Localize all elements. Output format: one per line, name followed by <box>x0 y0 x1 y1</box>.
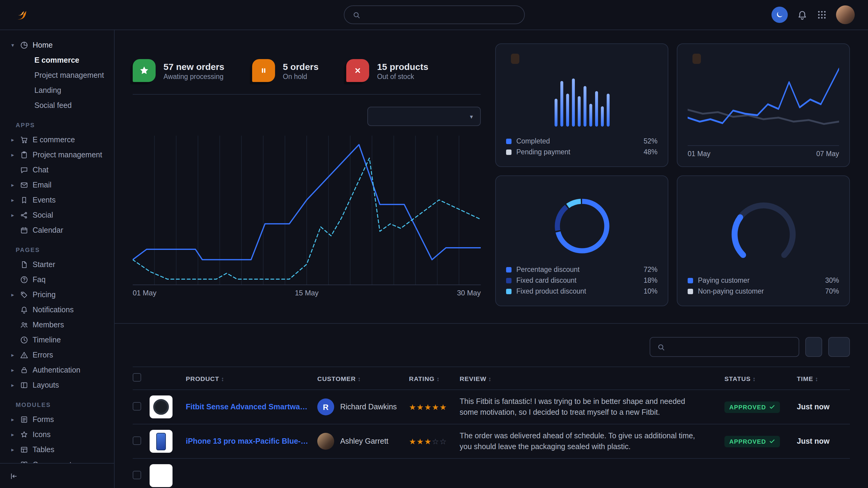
table-row: iPhone 13 pro max-Pacific Blue-128GB sto… <box>133 424 850 459</box>
review-text: The order was delivered ahead of schedul… <box>460 430 724 452</box>
column-header-customer[interactable]: CUSTOMER↕ <box>317 375 409 382</box>
sidebar-item-label: Home <box>33 41 53 49</box>
theme-toggle-button[interactable] <box>772 7 788 23</box>
sidebar-item-events[interactable]: ▸Events <box>8 192 109 207</box>
mail-icon <box>20 181 28 189</box>
sidebar-item-starter[interactable]: Starter <box>8 257 109 272</box>
star-icon <box>139 65 150 76</box>
dashboard-left-column: 57 new ordersAwating processing5 ordersO… <box>133 43 481 306</box>
apps-grid-icon[interactable] <box>817 10 827 20</box>
user-avatar[interactable] <box>836 5 855 24</box>
legend-item: Pending payment48% <box>506 147 657 157</box>
sidebar-item-calendar[interactable]: Calendar <box>8 223 109 237</box>
product-thumbnail <box>150 464 173 487</box>
card-total-orders: Completed52%Pending payment48% <box>495 43 668 167</box>
total-sells-x-axis: 01 May15 May30 May <box>133 289 481 297</box>
select-all-checkbox[interactable] <box>133 373 141 382</box>
sidebar-item-chat[interactable]: Chat <box>8 162 109 177</box>
stat-value: 15 products <box>377 61 428 71</box>
total-orders-bar-chart <box>506 66 657 136</box>
caret-right-icon: ▸ <box>10 152 16 158</box>
notifications-bell-icon[interactable] <box>797 9 808 20</box>
legend-item: Percentage discount72% <box>506 264 657 275</box>
legend-label: Pending payment <box>516 148 570 156</box>
sidebar-group-label: MODULES <box>16 401 109 408</box>
sidebar: ▾HomeE commerceProject managementLanding… <box>0 30 115 488</box>
card-top-coupons: Percentage discount72%Fixed card discoun… <box>495 175 668 306</box>
sidebar-item-forms[interactable]: ▸Forms <box>8 412 109 427</box>
top-coupons-donut-chart <box>506 188 657 264</box>
sidebar-item-components[interactable]: ▸Components <box>8 457 109 463</box>
legend-label: Paying customer <box>698 277 749 284</box>
sidebar-item-email[interactable]: ▸Email <box>8 177 109 192</box>
sidebar-subitem-landing[interactable]: Landing <box>8 83 109 98</box>
sidebar-item-label: Email <box>33 181 52 189</box>
row-checkbox[interactable] <box>133 402 141 410</box>
sort-icon: ↕ <box>488 375 492 382</box>
sidebar-item-social[interactable]: ▸Social <box>8 207 109 223</box>
new-customers-line-chart <box>688 66 839 145</box>
column-header-status[interactable]: STATUS↕ <box>724 375 797 382</box>
sidebar-item-label: Authentication <box>33 366 80 374</box>
status-badge: APPROVED <box>724 401 780 413</box>
sidebar-item-tables[interactable]: ▸Tables <box>8 442 109 457</box>
sidebar-item-errors[interactable]: ▸Errors <box>8 347 109 362</box>
sidebar-item-layouts[interactable]: ▸Layouts <box>8 378 109 392</box>
collapsed-view-toggle[interactable] <box>0 463 114 488</box>
more-options-button[interactable] <box>828 337 850 357</box>
top-coupons-legend: Percentage discount72%Fixed card discoun… <box>506 264 657 297</box>
sidebar-item-authentication[interactable]: ▸Authentication <box>8 362 109 378</box>
row-checkbox[interactable] <box>133 436 141 445</box>
sidebar-subitem-social-feed[interactable]: Social feed <box>8 98 109 113</box>
smartwatch-image <box>153 399 169 415</box>
star-filled-icon: ★ <box>424 437 432 446</box>
total-sells-header: ▾ <box>133 107 481 126</box>
row-checkbox[interactable] <box>133 470 141 479</box>
chevron-down-icon: ▾ <box>470 113 473 120</box>
product-link[interactable]: Fitbit Sense Advanced Smartwatch with To… <box>186 403 317 411</box>
stat-item: 5 ordersOn hold <box>252 59 318 82</box>
global-search-input[interactable] <box>365 10 516 19</box>
column-header-rating[interactable]: RATING↕ <box>409 375 460 382</box>
latest-reviews-section: PRODUCT↕CUSTOMER↕RATING↕REVIEW↕STATUS↕TI… <box>115 323 868 488</box>
legend-value: 18% <box>644 277 657 284</box>
star-filled-icon: ★ <box>409 402 416 412</box>
sidebar-item-members[interactable]: Members <box>8 317 109 332</box>
caret-right-icon: ▸ <box>10 352 16 358</box>
reviews-search-input[interactable] <box>670 343 792 351</box>
sidebar-item-notifications[interactable]: Notifications <box>8 302 109 317</box>
all-products-button[interactable] <box>805 337 822 357</box>
date-range-select[interactable]: ▾ <box>367 107 481 126</box>
sidebar-item-label: Components <box>33 460 75 463</box>
card-new-customers: 01 May07 May <box>677 43 850 167</box>
column-header-product[interactable]: PRODUCT↕ <box>186 375 317 382</box>
star-filled-icon: ★ <box>439 402 447 412</box>
sidebar-item-e-commerce[interactable]: ▸E commerce <box>8 132 109 147</box>
sidebar-subitem-e-commerce[interactable]: E commerce <box>8 53 109 67</box>
column-header-review[interactable]: REVIEW↕ <box>460 375 724 382</box>
sidebar-subitem-project-management[interactable]: Project management <box>8 67 109 83</box>
sidebar-item-timeline[interactable]: Timeline <box>8 332 109 347</box>
star-badge-icon <box>133 59 156 82</box>
caret-down-icon: ▾ <box>10 42 16 48</box>
sidebar-item-pricing[interactable]: ▸Pricing <box>8 287 109 302</box>
stat-caption: On hold <box>283 73 318 80</box>
search-icon <box>352 10 361 19</box>
sidebar-item-icons[interactable]: ▸Icons <box>8 427 109 442</box>
icons-icon <box>20 430 28 438</box>
legend-item: Fixed card discount18% <box>506 275 657 286</box>
sidebar-item-faq[interactable]: Faq <box>8 272 109 287</box>
review-time: Just now <box>797 437 850 446</box>
column-header-time[interactable]: TIME↕ <box>797 375 850 382</box>
sidebar-item-home[interactable]: ▾Home <box>8 37 109 53</box>
product-link[interactable]: iPhone 13 pro max-Pacific Blue-128GB sto… <box>186 437 317 446</box>
users-icon <box>20 320 28 329</box>
brand-logo[interactable] <box>13 7 34 23</box>
sort-icon: ↕ <box>436 375 440 382</box>
sidebar-item-project-management[interactable]: ▸Project management <box>8 147 109 162</box>
caret-right-icon: ▸ <box>10 136 16 142</box>
caret-right-icon: ▸ <box>10 182 16 188</box>
share-icon <box>20 211 28 219</box>
star-empty-icon: ☆ <box>439 437 447 446</box>
legend-label: Fixed product discount <box>516 288 586 295</box>
